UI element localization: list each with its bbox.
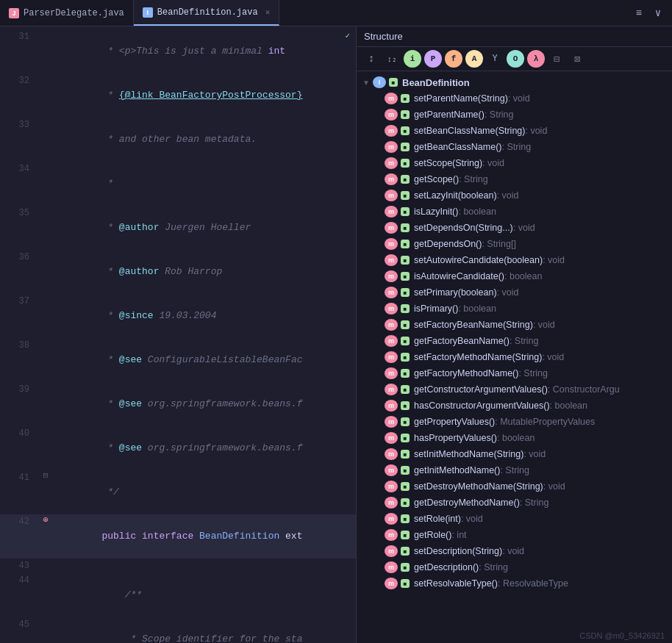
method-icon-6: m bbox=[385, 190, 398, 201]
structure-method-24[interactable]: m■setDestroyMethodName(String): void bbox=[357, 478, 672, 495]
tab-bean-definition[interactable]: I BeanDefinition.java ✕ bbox=[134, 0, 279, 26]
structure-root[interactable]: ▼ I ■ BeanDefinition bbox=[357, 74, 672, 90]
structure-method-21[interactable]: m■hasPropertyValues(): boolean bbox=[357, 430, 672, 446]
tab-action-expand[interactable]: ∨ bbox=[650, 5, 666, 21]
line-gutter-41: ⊟ bbox=[38, 470, 53, 480]
code-line-41: 41 ⊟ */ bbox=[0, 470, 356, 514]
line-number-36: 36 bbox=[0, 250, 38, 265]
structure-method-13[interactable]: m■isPrimary(): boolean bbox=[357, 301, 672, 317]
method-badge-10: ■ bbox=[401, 256, 410, 265]
toolbar-group-methods[interactable]: ⊟ bbox=[548, 50, 565, 68]
structure-method-8[interactable]: m■setDependsOn(String...): void bbox=[357, 220, 672, 236]
structure-method-18[interactable]: m■getConstructorArgumentValues(): Constr… bbox=[357, 381, 672, 398]
method-badge-22: ■ bbox=[401, 450, 410, 459]
method-badge-2: ■ bbox=[401, 126, 410, 135]
code-line-32: 32 * {@link BeanFactoryPostProcessor} bbox=[0, 73, 356, 118]
structure-method-25[interactable]: m■getDestroyMethodName(): String bbox=[357, 495, 672, 511]
method-label-2: setBeanClassName(String): void bbox=[414, 126, 666, 136]
code-line-36: 36 * @author Rob Harrop bbox=[0, 250, 356, 294]
structure-method-23[interactable]: m■getInitMethodName(): String bbox=[357, 462, 672, 478]
check-mark-31: ✓ bbox=[345, 31, 350, 40]
toolbar-sort-alpha[interactable]: ↕ bbox=[362, 50, 380, 68]
tab-close-bean[interactable]: ✕ bbox=[265, 7, 271, 17]
tab-icon-parser: J bbox=[9, 8, 19, 18]
structure-method-20[interactable]: m■getPropertyValues(): MutablePropertyVa… bbox=[357, 414, 672, 430]
structure-method-9[interactable]: m■getDependsOn(): String[] bbox=[357, 236, 672, 252]
line-number-32: 32 bbox=[0, 73, 38, 88]
structure-method-22[interactable]: m■setInitMethodName(String): void bbox=[357, 446, 672, 462]
method-icon-19: m bbox=[385, 400, 398, 412]
method-label-20: getPropertyValues(): MutablePropertyValu… bbox=[414, 417, 666, 427]
structure-method-6[interactable]: m■setLazyInit(boolean): void bbox=[357, 187, 672, 204]
structure-method-15[interactable]: m■getFactoryBeanName(): String bbox=[357, 333, 672, 349]
line-number-39: 39 bbox=[0, 382, 38, 397]
structure-method-0[interactable]: m■setParentName(String): void bbox=[357, 90, 672, 107]
method-icon-20: m bbox=[385, 416, 398, 428]
structure-method-19[interactable]: m■hasConstructorArgumentValues(): boolea… bbox=[357, 398, 672, 414]
method-badge-13: ■ bbox=[401, 304, 410, 313]
line-number-43: 43 bbox=[0, 558, 38, 573]
method-icon-22: m bbox=[385, 448, 398, 460]
structure-method-17[interactable]: m■getFactoryMethodName(): String bbox=[357, 365, 672, 381]
toolbar-show-functions[interactable]: f bbox=[445, 50, 462, 68]
structure-method-10[interactable]: m■setAutowireCandidate(boolean): void bbox=[357, 252, 672, 268]
method-label-14: setFactoryBeanName(String): void bbox=[414, 320, 666, 330]
structure-method-4[interactable]: m■setScope(String): void bbox=[357, 155, 672, 171]
code-line-39: 39 * @see org.springframework.beans.f bbox=[0, 382, 356, 426]
structure-method-16[interactable]: m■setFactoryMethodName(String): void bbox=[357, 349, 672, 365]
method-badge-1: ■ bbox=[401, 110, 410, 119]
toolbar-show-lambdas[interactable]: λ bbox=[527, 50, 545, 68]
method-badge-19: ■ bbox=[401, 401, 410, 410]
toolbar-autoscroll[interactable]: ⊠ bbox=[568, 50, 586, 68]
line-number-34: 34 bbox=[0, 162, 38, 176]
line-content-45: * Scope identifier for the sta bbox=[53, 617, 356, 643]
method-label-19: hasConstructorArgumentValues(): boolean bbox=[414, 400, 666, 411]
toolbar-show-nonpublic[interactable]: O bbox=[507, 50, 524, 68]
structure-content[interactable]: ▼ I ■ BeanDefinition m■setParentName(Str… bbox=[357, 71, 672, 643]
code-editor[interactable]: 31 * <p>This is just a minimal int ✓ 32 … bbox=[0, 26, 356, 643]
structure-method-1[interactable]: m■getParentName(): String bbox=[357, 107, 672, 123]
method-label-12: setPrimary(boolean): void bbox=[414, 287, 666, 298]
method-icon-0: m bbox=[385, 93, 398, 104]
structure-method-2[interactable]: m■setBeanClassName(String): void bbox=[357, 123, 672, 139]
method-icon-16: m bbox=[385, 351, 398, 363]
toolbar-show-anonymous[interactable]: A bbox=[465, 50, 483, 68]
structure-method-3[interactable]: m■getBeanClassName(): String bbox=[357, 139, 672, 155]
root-icon: I bbox=[373, 76, 386, 88]
toolbar-show-fields[interactable]: i bbox=[404, 50, 421, 68]
structure-methods-container: m■setParentName(String): voidm■getParent… bbox=[357, 90, 672, 592]
method-badge-27: ■ bbox=[401, 531, 410, 539]
line-content-36: * @author Rob Harrop bbox=[53, 250, 356, 294]
line-content-39: * @see org.springframework.beans.f bbox=[53, 382, 356, 426]
method-icon-5: m bbox=[385, 173, 398, 185]
method-badge-18: ■ bbox=[401, 385, 410, 394]
structure-method-11[interactable]: m■isAutowireCandidate(): boolean bbox=[357, 268, 672, 284]
method-label-23: getInitMethodName(): String bbox=[414, 465, 666, 475]
code-line-37: 37 * @since 19.03.2004 bbox=[0, 294, 356, 338]
structure-method-5[interactable]: m■getScope(): String bbox=[357, 171, 672, 187]
structure-method-28[interactable]: m■setDescription(String): void bbox=[357, 543, 672, 559]
structure-method-12[interactable]: m■setPrimary(boolean): void bbox=[357, 284, 672, 301]
tab-parser-delegate[interactable]: J ParserDelegate.java bbox=[0, 0, 134, 26]
line-content-42: public interface BeanDefinition ext bbox=[53, 514, 356, 558]
toolbar-sort-visibility[interactable]: ↕₂ bbox=[383, 50, 401, 68]
structure-method-7[interactable]: m■isLazyInit(): boolean bbox=[357, 204, 672, 220]
method-icon-13: m bbox=[385, 303, 398, 315]
method-icon-17: m bbox=[385, 367, 398, 379]
code-line-33: 33 * and other bean metadata. bbox=[0, 118, 356, 162]
tab-action-menu[interactable]: ≡ bbox=[631, 5, 647, 21]
method-label-26: setRole(int): void bbox=[414, 514, 666, 524]
structure-method-29[interactable]: m■getDescription(): String bbox=[357, 559, 672, 575]
method-icon-27: m bbox=[385, 529, 398, 541]
structure-method-26[interactable]: m■setRole(int): void bbox=[357, 511, 672, 527]
structure-method-14[interactable]: m■setFactoryBeanName(String): void bbox=[357, 317, 672, 333]
method-label-24: setDestroyMethodName(String): void bbox=[414, 481, 666, 492]
toolbar-show-inherited[interactable]: Y bbox=[486, 50, 504, 68]
code-line-42: 42 ⊕ public interface BeanDefinition ext bbox=[0, 514, 356, 558]
toolbar-show-properties[interactable]: P bbox=[424, 50, 442, 68]
structure-method-30[interactable]: m■setResolvableType(): ResolvableType bbox=[357, 575, 672, 592]
structure-method-27[interactable]: m■getRole(): int bbox=[357, 527, 672, 543]
method-label-16: setFactoryMethodName(String): void bbox=[414, 352, 666, 362]
method-badge-6: ■ bbox=[401, 191, 410, 200]
method-icon-4: m bbox=[385, 157, 398, 169]
